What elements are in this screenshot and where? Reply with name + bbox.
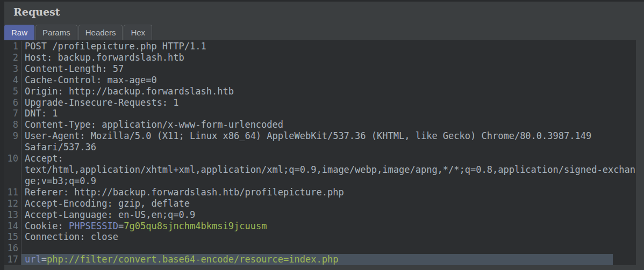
text-segment: = <box>118 221 124 231</box>
line-text[interactable]: ge;v=b3;q=0.9 <box>22 176 636 187</box>
request-line: 2Host: backup.forwardslash.htb <box>4 52 636 63</box>
text-segment: Origin: http://backup.forwardslash.htb <box>25 86 234 97</box>
line-number: 12 <box>4 198 22 209</box>
line-text[interactable]: Host: backup.forwardslash.htb <box>22 52 636 63</box>
tab-raw[interactable]: Raw <box>4 25 34 40</box>
request-line: 11Referer: http://backup.forwardslash.ht… <box>4 187 636 198</box>
request-line: 17url=php://filter/convert.base64-encode… <box>4 254 636 265</box>
request-line: 14Cookie: PHPSESSID=7g05qu8sjnchm4bkmsi9… <box>4 221 636 232</box>
line-number: 8 <box>4 119 22 130</box>
panel-title: Request <box>13 6 60 18</box>
line-number <box>4 164 22 176</box>
request-line: 5Origin: http://backup.forwardslash.htb <box>4 86 636 97</box>
text-segment: = <box>41 254 47 265</box>
line-number: 16 <box>4 243 22 254</box>
text-segment: text/html,application/xhtml+xml,applicat… <box>25 164 635 175</box>
line-number: 6 <box>4 97 22 108</box>
tab-hex[interactable]: Hex <box>124 25 152 40</box>
request-line: 15Connection: close <box>4 231 636 243</box>
request-line: 6Upgrade-Insecure-Requests: 1 <box>4 97 636 108</box>
line-number: 14 <box>4 221 22 232</box>
request-line: 12Accept-Encoding: gzip, deflate <box>4 198 636 209</box>
line-number <box>4 176 22 187</box>
text-segment: Accept-Language: en-US,en;q=0.9 <box>25 209 195 220</box>
line-text[interactable]: User-Agent: Mozilla/5.0 (X11; Linux x86_… <box>22 130 636 142</box>
line-text[interactable]: DNT: 1 <box>22 108 636 119</box>
line-number: 4 <box>4 75 22 86</box>
panel-left-border <box>0 0 4 270</box>
line-number <box>4 142 22 153</box>
tab-params[interactable]: Params <box>35 25 77 40</box>
text-segment: User-Agent: Mozilla/5.0 (X11; Linux x86_… <box>25 130 591 141</box>
line-text[interactable]: Upgrade-Insecure-Requests: 1 <box>22 97 636 108</box>
text-segment: Content-Type: application/x-www-form-url… <box>25 119 283 130</box>
text-segment: Connection: close <box>25 231 118 242</box>
request-line: 7DNT: 1 <box>4 108 636 119</box>
panel-top-border <box>0 0 644 2</box>
text-segment: Cookie: <box>25 221 69 231</box>
request-line: 16 <box>4 243 636 254</box>
line-number: 11 <box>4 187 22 198</box>
line-number: 3 <box>4 63 22 75</box>
request-line: 3Content-Length: 57 <box>4 63 636 75</box>
line-text[interactable]: Safari/537.36 <box>22 142 636 153</box>
text-segment: Accept: <box>25 153 63 164</box>
request-line: text/html,application/xhtml+xml,applicat… <box>4 164 636 176</box>
request-editor[interactable]: 1POST /profilepicture.php HTTP/1.12Host:… <box>4 40 636 265</box>
text-segment: Safari/537.36 <box>25 142 96 152</box>
tab-headers[interactable]: Headers <box>78 25 123 40</box>
request-line: 8Content-Type: application/x-www-form-ur… <box>4 119 636 130</box>
line-text[interactable]: text/html,application/xhtml+xml,applicat… <box>22 164 636 176</box>
text-segment: Content-Length: 57 <box>25 63 124 74</box>
text-segment: Host: backup.forwardslash.htb <box>25 52 184 63</box>
text-segment: Upgrade-Insecure-Requests: 1 <box>25 97 179 108</box>
text-segment: url <box>25 254 41 265</box>
line-number: 2 <box>4 52 22 63</box>
text-segment: Cache-Control: max-age=0 <box>25 75 157 85</box>
text-segment: php://filter/convert.base64-encode/resou… <box>47 254 338 265</box>
line-text[interactable]: Content-Length: 57 <box>22 63 636 75</box>
text-segment: 7g05qu8sjnchm4bkmsi9jcuusm <box>124 221 267 231</box>
line-text[interactable]: Accept-Language: en-US,en;q=0.9 <box>22 209 636 221</box>
text-segment: Accept-Encoding: gzip, deflate <box>25 198 190 209</box>
text-segment: DNT: 1 <box>25 108 58 119</box>
line-number: 10 <box>4 153 22 164</box>
line-number: 15 <box>4 231 22 243</box>
line-text[interactable]: Origin: http://backup.forwardslash.htb <box>22 86 636 97</box>
line-text[interactable]: Cache-Control: max-age=0 <box>22 75 636 86</box>
request-line: 1POST /profilepicture.php HTTP/1.1 <box>4 41 636 52</box>
text-segment: ge;v=b3;q=0.9 <box>25 176 96 186</box>
request-line: Safari/537.36 <box>4 142 636 153</box>
line-text[interactable]: Content-Type: application/x-www-form-url… <box>22 119 636 130</box>
line-number: 7 <box>4 108 22 119</box>
text-segment: Referer: http://backup.forwardslash.htb/… <box>25 187 344 198</box>
line-text[interactable]: url=php://filter/convert.base64-encode/r… <box>22 254 613 265</box>
request-panel: Request RawParamsHeadersHex 1POST /profi… <box>0 0 644 270</box>
line-text[interactable]: Connection: close <box>22 231 636 243</box>
tab-bar: RawParamsHeadersHex <box>4 25 152 40</box>
line-text[interactable]: Accept-Encoding: gzip, deflate <box>22 198 636 209</box>
line-text[interactable]: Referer: http://backup.forwardslash.htb/… <box>22 187 636 198</box>
line-number: 13 <box>4 209 22 221</box>
line-number: 1 <box>4 41 22 52</box>
line-text[interactable]: Accept: <box>22 153 636 164</box>
line-text[interactable]: Cookie: PHPSESSID=7g05qu8sjnchm4bkmsi9jc… <box>22 221 636 232</box>
request-line: 10Accept: <box>4 153 636 164</box>
request-line: 9User-Agent: Mozilla/5.0 (X11; Linux x86… <box>4 130 636 142</box>
line-text[interactable]: POST /profilepicture.php HTTP/1.1 <box>22 41 636 52</box>
text-segment: PHPSESSID <box>69 221 118 231</box>
line-text[interactable] <box>22 243 636 254</box>
line-number: 5 <box>4 86 22 97</box>
request-line: 4Cache-Control: max-age=0 <box>4 75 636 86</box>
text-segment: POST /profilepicture.php HTTP/1.1 <box>25 41 206 52</box>
request-line: ge;v=b3;q=0.9 <box>4 176 636 187</box>
request-line: 13Accept-Language: en-US,en;q=0.9 <box>4 209 636 221</box>
line-number: 9 <box>4 130 22 142</box>
line-number: 17 <box>4 254 22 265</box>
